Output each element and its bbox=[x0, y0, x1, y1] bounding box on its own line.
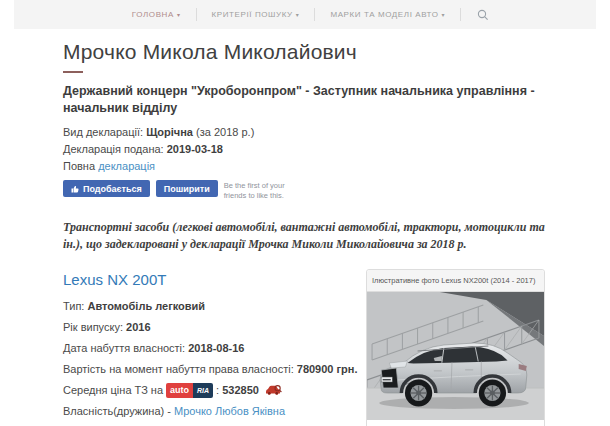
car-search-icon[interactable] bbox=[265, 384, 282, 396]
photo-card-column: Ілюстративне фото Lexus NX200t (2014 - 2… bbox=[366, 269, 545, 426]
declaration-type-line: Вид декларації: Щорічна (за 2018 р.) bbox=[63, 125, 545, 140]
declaration-submitted-value: 2019-03-18 bbox=[167, 143, 223, 155]
declaration-submitted-label: Декларація подана: bbox=[63, 143, 164, 155]
vehicle-year-value: 2016 bbox=[126, 321, 150, 333]
nav-item-label: ГОЛОВНА bbox=[132, 10, 174, 19]
nav-item-label: КРИТЕРІЇ ПОШУКУ bbox=[212, 10, 293, 19]
search-button[interactable] bbox=[461, 9, 493, 21]
owner-label: Власність(дружина) - bbox=[63, 405, 171, 417]
declaration-type-value: Щорічна bbox=[146, 126, 193, 138]
full-declaration-line: Повна декларація bbox=[63, 159, 545, 174]
nav-item-search-criteria[interactable]: КРИТЕРІЇ ПОШУКУ ▾ bbox=[197, 10, 315, 19]
vehicle-cost-label: Вартість на момент набуття права власнос… bbox=[63, 363, 294, 375]
facebook-share-button[interactable]: Поширити bbox=[156, 180, 218, 197]
declaration-type-suffix: (за 2018 р.) bbox=[196, 126, 254, 138]
declaration-type-label: Вид декларації: bbox=[63, 126, 143, 138]
autoria-logo[interactable]: auto RIA bbox=[166, 383, 213, 398]
vehicle-type-line: Тип: Автомобіль легковий bbox=[63, 299, 366, 314]
vehicle-average-price-line: Середня ціна ТЗ на auto RIA : 532850 bbox=[63, 383, 366, 398]
facebook-share-label: Поширити bbox=[164, 184, 210, 194]
vehicle-acquired-line: Дата набуття власності: 2018-08-16 bbox=[63, 341, 366, 356]
facebook-like-label: Подобається bbox=[83, 184, 142, 194]
vehicle-year-line: Рік випуску: 2016 bbox=[63, 320, 366, 335]
vehicle-year-label: Рік випуску: bbox=[63, 321, 123, 333]
vehicle-cost-value: 780900 грн. bbox=[297, 363, 358, 375]
intro-paragraph: Транспортні засоби (легкові автомобілі, … bbox=[63, 219, 545, 253]
chevron-down-icon: ▾ bbox=[296, 12, 300, 18]
photo-card: Ілюстративне фото Lexus NX200t (2014 - 2… bbox=[366, 269, 545, 426]
vehicle-type-value: Автомобіль легковий bbox=[87, 300, 205, 312]
facebook-widget: Подобається Поширити Be the first of you… bbox=[63, 180, 545, 201]
average-price-label: Середня ціна ТЗ на bbox=[63, 383, 163, 398]
chevron-down-icon: ▾ bbox=[442, 12, 446, 18]
full-declaration-label: Повна bbox=[63, 160, 95, 172]
content-columns: Lexus NX 200T Тип: Автомобіль легковий Р… bbox=[63, 269, 545, 426]
vehicle-photo bbox=[367, 292, 544, 420]
autoria-logo-ria: RIA bbox=[193, 383, 213, 398]
page-title: Мрочко Микола Миколайович bbox=[63, 40, 545, 64]
full-declaration-link[interactable]: декларація bbox=[98, 160, 155, 172]
average-price-value: 532850 bbox=[222, 383, 259, 398]
autoria-logo-auto: auto bbox=[166, 383, 193, 398]
official-position: Державний концерн "Укроборонпром" - Заст… bbox=[63, 83, 545, 116]
vehicle-acquired-label: Дата набуття власності: bbox=[63, 342, 185, 354]
vehicle-owner-line: Власність(дружина) - Мрочко Любов Яківна bbox=[63, 404, 366, 419]
main-content: Мрочко Микола Миколайович Державний конц… bbox=[0, 29, 610, 426]
top-navbar: ГОЛОВНА ▾ КРИТЕРІЇ ПОШУКУ ▾ МАРКИ ТА МОД… bbox=[14, 0, 596, 29]
chevron-down-icon: ▾ bbox=[177, 12, 181, 18]
vehicle-name-link[interactable]: Lexus NX 200T bbox=[63, 271, 166, 288]
nav-item-makes-models[interactable]: МАРКИ ТА МОДЕЛІ АВТО ▾ bbox=[315, 10, 460, 19]
possible-variants-toggle[interactable]: ≡ Можливі варіанти bbox=[367, 420, 544, 426]
title-accent-rule bbox=[63, 71, 83, 73]
vehicle-type-label: Тип: bbox=[63, 300, 84, 312]
declaration-submitted-line: Декларація подана: 2019-03-18 bbox=[63, 142, 545, 157]
average-price-colon: : bbox=[216, 383, 219, 398]
owner-link[interactable]: Мрочко Любов Яківна bbox=[174, 405, 285, 417]
nav-item-label: МАРКИ ТА МОДЕЛІ АВТО bbox=[330, 10, 438, 19]
facebook-like-button[interactable]: Подобається bbox=[63, 180, 150, 197]
nav-item-home[interactable]: ГОЛОВНА ▾ bbox=[117, 10, 196, 19]
facebook-caption: Be the first of your friends to like thi… bbox=[224, 180, 296, 201]
photo-card-header: Ілюстративне фото Lexus NX200t (2014 - 2… bbox=[367, 270, 544, 292]
search-icon bbox=[477, 9, 489, 21]
vehicle-details: Lexus NX 200T Тип: Автомобіль легковий Р… bbox=[63, 269, 366, 425]
thumbs-up-icon bbox=[71, 185, 79, 193]
vehicle-cost-line: Вартість на момент набуття права власнос… bbox=[63, 362, 366, 377]
vehicle-acquired-value: 2018-08-16 bbox=[188, 342, 244, 354]
